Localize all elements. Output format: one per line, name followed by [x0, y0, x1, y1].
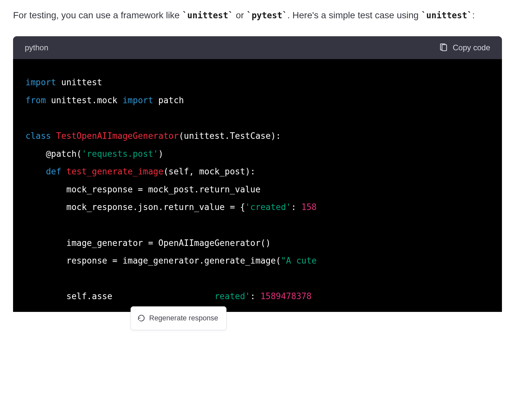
code-block-header: python Copy code	[13, 36, 502, 59]
inline-code-pytest: `pytest`	[246, 10, 287, 20]
copy-code-button[interactable]: Copy code	[439, 43, 490, 52]
code-language-label: python	[25, 41, 48, 55]
message-content: For testing, you can use a framework lik…	[0, 0, 515, 24]
inline-code-unittest: `unittest`	[182, 10, 233, 20]
prose-text-1: For testing, you can use a framework lik…	[13, 10, 182, 20]
copy-code-label: Copy code	[453, 43, 490, 52]
code-body[interactable]: import unittest from unittest.mock impor…	[13, 59, 502, 312]
code-block: python Copy code import unittest from un…	[13, 36, 502, 312]
prose-text-2: or	[233, 10, 246, 20]
prose-text-3: . Here's a simple test case using	[287, 10, 421, 20]
svg-rect-0	[442, 45, 447, 51]
prose-text-4: :	[472, 10, 475, 20]
inline-code-unittest-2: `unittest`	[421, 10, 472, 20]
clipboard-icon	[439, 43, 448, 52]
prose-paragraph: For testing, you can use a framework lik…	[13, 7, 502, 24]
regenerate-button[interactable]: Regenerate response	[131, 306, 226, 312]
